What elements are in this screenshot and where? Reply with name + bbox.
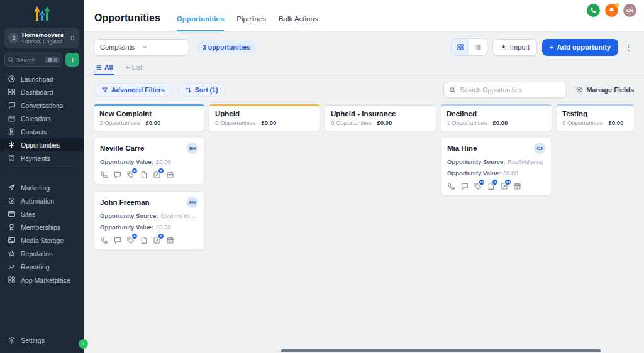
more-options-button[interactable]: ⋮ xyxy=(623,43,634,52)
tag-icon[interactable]: 6 xyxy=(126,236,135,244)
dialer-button[interactable] xyxy=(587,4,600,17)
sidebar-collapse-button[interactable]: ‹ xyxy=(79,339,88,349)
sort-button[interactable]: Sort (1) xyxy=(177,83,226,97)
sidebar-item-automation[interactable]: Automation xyxy=(0,194,84,207)
chevron-down-icon xyxy=(142,44,183,50)
sidebar-item-launchpad[interactable]: Launchpad xyxy=(0,72,84,85)
opportunity-search xyxy=(443,82,567,98)
sidebar-item-memberships[interactable]: Memberships xyxy=(0,220,84,234)
grid-view-button[interactable] xyxy=(452,39,469,55)
sidebar-item-label: Settings xyxy=(21,337,45,344)
sidebar-item-payments[interactable]: Payments xyxy=(0,151,84,165)
top-tabs: Opportunities Pipelines Bulk Actions xyxy=(177,15,318,31)
sidebar-item-settings[interactable]: Settings xyxy=(0,334,84,347)
pipeline-select[interactable]: Complaints xyxy=(94,39,189,56)
app-marketplace-icon xyxy=(8,276,16,284)
card-contact-name: Mia Hine xyxy=(447,144,477,152)
view-toggle xyxy=(451,38,487,56)
account-location: London, England xyxy=(22,38,67,45)
column-count: 2 Opportunities xyxy=(99,119,140,126)
tasks-icon[interactable]: 6 xyxy=(153,171,161,179)
opportunity-card[interactable]: Mia Hine CJ Opportunity Source: ReallyMo… xyxy=(441,137,552,196)
tab-opportunities[interactable]: Opportunities xyxy=(177,15,224,31)
tag-icon[interactable]: 11 xyxy=(474,182,482,190)
notification-dot xyxy=(615,3,619,7)
filter-row: Advanced Filters Sort (1) Manage Fields xyxy=(84,76,644,103)
column-value: £0.00 xyxy=(261,119,276,126)
column-header[interactable]: Upheld 0 Opportunities £0.00 xyxy=(209,104,320,131)
column-title: Upheld xyxy=(215,110,314,117)
message-icon[interactable] xyxy=(113,236,121,244)
phone-icon[interactable] xyxy=(447,182,455,190)
message-icon[interactable] xyxy=(460,182,469,190)
sidebar: Homemoovers London, England Search ⌘ K +… xyxy=(0,0,84,353)
sidebar-item-reporting[interactable]: Reporting xyxy=(0,260,84,273)
sidebar-search-input[interactable]: Search ⌘ K xyxy=(4,53,62,67)
tab-pipelines[interactable]: Pipelines xyxy=(236,15,266,31)
opportunity-card[interactable]: Neville Carre EH Opportunity Value: £0.0… xyxy=(94,137,204,185)
sort-icon xyxy=(185,87,192,94)
tag-icon[interactable]: 6 xyxy=(126,171,135,179)
notes-icon[interactable] xyxy=(140,236,148,244)
column-count: 0 Opportunities xyxy=(331,119,371,126)
column-title: Upheld - Insurance xyxy=(331,110,430,117)
column-header[interactable]: Upheld - Insurance 0 Opportunities £0.00 xyxy=(325,104,436,131)
message-icon[interactable] xyxy=(113,171,121,179)
opportunity-count-badge: 3 opportunities xyxy=(197,41,256,53)
sidebar-item-label: Contacts xyxy=(21,128,47,136)
phone-icon[interactable] xyxy=(100,236,108,244)
calendar-icon[interactable] xyxy=(513,182,521,190)
list-view-button[interactable] xyxy=(469,39,487,55)
sidebar-item-opportunities[interactable]: Opportunities xyxy=(0,138,84,151)
board-column-declined: Declined 1 Opportunities £0.00 Mia Hine … xyxy=(441,104,552,353)
tasks-icon[interactable]: 2 xyxy=(153,236,161,244)
notes-icon[interactable] xyxy=(140,171,148,179)
column-title: Testing xyxy=(562,110,628,117)
user-avatar[interactable]: CR xyxy=(623,4,636,17)
tab-add-list[interactable]: + List xyxy=(124,62,143,75)
sidebar-item-calendars[interactable]: Calendars xyxy=(0,112,84,125)
import-label: Import xyxy=(510,43,530,51)
sidebar-item-reputation[interactable]: Reputation xyxy=(0,247,84,260)
reporting-icon xyxy=(8,263,16,271)
sidebar-item-app-marketplace[interactable]: App Marketplace xyxy=(0,273,84,286)
calendar-icon[interactable] xyxy=(166,171,174,179)
sidebar-item-sites[interactable]: Sites xyxy=(0,207,84,220)
advanced-filters-button[interactable]: Advanced Filters xyxy=(94,83,172,97)
import-button[interactable]: Import xyxy=(492,39,537,56)
contacts-icon xyxy=(8,128,16,136)
column-header[interactable]: Declined 1 Opportunities £0.00 xyxy=(441,104,552,131)
quick-add-button[interactable]: + xyxy=(65,53,79,67)
sidebar-item-media-storage[interactable]: Media Storage xyxy=(0,234,84,247)
tasks-icon[interactable]: 24 xyxy=(500,182,508,190)
tab-all[interactable]: All xyxy=(94,62,114,75)
phone-icon[interactable] xyxy=(100,171,108,179)
sidebar-item-conversations[interactable]: Conversations xyxy=(0,99,84,112)
opportunity-search-input[interactable] xyxy=(460,86,561,94)
opportunity-card[interactable]: John Freeman EH Opportunity Source: Conf… xyxy=(94,191,204,250)
tag-count-badge: 6 xyxy=(131,168,138,174)
column-header[interactable]: New Complaint 2 Opportunities £0.00 xyxy=(94,104,204,131)
notes-icon[interactable]: 1 xyxy=(487,182,495,190)
page-title: Opportunities xyxy=(94,13,160,31)
add-opportunity-button[interactable]: + Add opportunity xyxy=(542,39,618,56)
board-column-upheld: Upheld 0 Opportunities £0.00 xyxy=(209,104,320,353)
scrollbar-thumb[interactable] xyxy=(281,349,601,352)
tag-count-badge: 11 xyxy=(479,179,485,185)
sidebar-item-dashboard[interactable]: Dashboard xyxy=(0,85,84,99)
notifications-button[interactable] xyxy=(605,4,618,17)
account-switcher[interactable]: Homemoovers London, England xyxy=(4,28,79,48)
account-name: Homemoovers xyxy=(22,31,67,38)
sidebar-item-contacts[interactable]: Contacts xyxy=(0,125,84,138)
sidebar-item-label: Marketing xyxy=(21,184,50,192)
sidebar-item-marketing[interactable]: Marketing xyxy=(0,181,84,194)
column-header[interactable]: Testing 0 Opportunities £0.00 xyxy=(557,104,634,131)
sidebar-item-label: Reputation xyxy=(21,250,53,258)
account-avatar-icon xyxy=(8,33,19,43)
tab-bulk-actions[interactable]: Bulk Actions xyxy=(279,15,318,31)
sites-icon xyxy=(8,210,16,218)
calendar-icon[interactable] xyxy=(166,236,174,244)
manage-fields-button[interactable]: Manage Fields xyxy=(575,86,634,94)
plus-icon: + xyxy=(70,55,75,64)
main-area: Opportunities Opportunities Pipelines Bu… xyxy=(84,0,644,353)
